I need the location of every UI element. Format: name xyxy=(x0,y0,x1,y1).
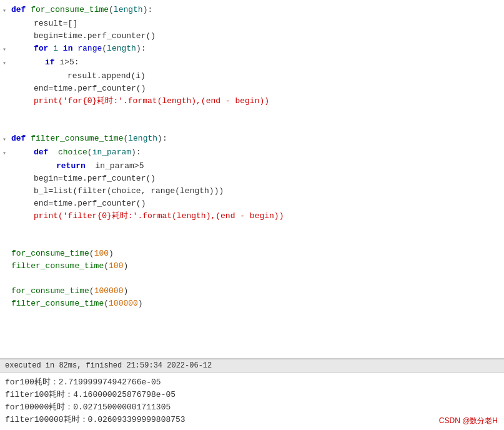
fold-arrow[interactable]: ▾ xyxy=(0,146,9,160)
fold-arrow xyxy=(0,235,9,236)
fold-arrow xyxy=(0,172,9,174)
line-content: begin=time.perf_counter() xyxy=(9,30,504,42)
fold-arrow xyxy=(0,160,9,161)
fold-arrow xyxy=(0,285,9,286)
code-line: begin=time.perf_counter() xyxy=(0,172,504,185)
watermark: CSDN @数分老H xyxy=(439,416,498,426)
code-line: filter_consume_time(100) xyxy=(0,260,504,272)
code-line: ▾def choice(in_param): xyxy=(0,146,504,160)
fold-arrow xyxy=(0,108,9,109)
fold-arrow xyxy=(0,185,9,186)
code-line: ▾for i in range(length): xyxy=(0,42,504,56)
status-text: executed in 82ms, finished 21:59:34 2022… xyxy=(5,361,212,370)
code-line: print('filter{0}耗时:'.format(length),(end… xyxy=(0,210,504,222)
line-content: print('for{0}耗时:'.format(length),(end - … xyxy=(9,95,504,108)
code-line xyxy=(0,235,504,248)
line-content: def filter_consume_time(length): xyxy=(9,132,504,145)
line-content xyxy=(9,235,504,248)
output-line: filter100耗时：4.160000025876798e-05 xyxy=(5,389,499,401)
code-line: result.append(i) xyxy=(0,70,504,82)
fold-arrow[interactable]: ▾ xyxy=(0,42,9,56)
fold-arrow[interactable]: ▾ xyxy=(0,132,9,146)
fold-arrow xyxy=(0,272,9,274)
code-line: ▾def filter_consume_time(length): xyxy=(0,132,504,146)
fold-arrow xyxy=(0,70,9,71)
fold-arrow xyxy=(0,298,9,299)
line-content xyxy=(9,120,504,132)
line-content: filter_consume_time(100000) xyxy=(9,298,504,310)
fold-arrow xyxy=(0,95,9,96)
fold-arrow xyxy=(0,30,9,31)
line-content: print('filter{0}耗时:'.format(length),(end… xyxy=(9,210,504,222)
code-line: begin=time.perf_counter() xyxy=(0,30,504,42)
line-content xyxy=(9,222,504,235)
code-line: result=[] xyxy=(0,18,504,30)
line-content: end=time.perf_counter() xyxy=(9,82,504,95)
line-content: if i>5: xyxy=(9,56,504,69)
line-content: begin=time.perf_counter() xyxy=(9,172,504,185)
code-line xyxy=(0,120,504,132)
fold-arrow xyxy=(0,120,9,121)
output-area: for100耗时：2.719999974942766e-05filter100耗… xyxy=(0,372,504,430)
output-line: for100耗时：2.719999974942766e-05 xyxy=(5,376,499,389)
line-content: filter_consume_time(100) xyxy=(9,260,504,272)
code-line: b_l=list(filter(choice, range(length))) xyxy=(0,185,504,198)
code-line xyxy=(0,108,504,120)
main-container: ▾def for_consume_time(length):result=[]b… xyxy=(0,0,504,430)
code-area[interactable]: ▾def for_consume_time(length):result=[]b… xyxy=(0,0,504,359)
fold-arrow[interactable]: ▾ xyxy=(0,56,9,70)
fold-arrow xyxy=(0,198,9,199)
code-line: end=time.perf_counter() xyxy=(0,82,504,95)
code-line xyxy=(0,272,504,285)
code-line: ▾def for_consume_time(length): xyxy=(0,4,504,18)
fold-arrow xyxy=(0,222,9,224)
line-content: result=[] xyxy=(9,18,504,30)
line-content: for_consume_time(100) xyxy=(9,248,504,260)
code-line xyxy=(0,222,504,235)
line-content: def choice(in_param): xyxy=(9,146,504,159)
line-content: def for_consume_time(length): xyxy=(9,4,504,16)
code-line: ▾if i>5: xyxy=(0,56,504,70)
fold-arrow xyxy=(0,210,9,211)
status-bar: executed in 82ms, finished 21:59:34 2022… xyxy=(0,359,504,372)
fold-arrow[interactable]: ▾ xyxy=(0,4,9,18)
fold-arrow xyxy=(0,260,9,261)
code-line: print('for{0}耗时:'.format(length),(end - … xyxy=(0,95,504,108)
line-content xyxy=(9,108,504,120)
code-line: for_consume_time(100000) xyxy=(0,285,504,298)
code-line: return in_param>5 xyxy=(0,160,504,172)
line-content: end=time.perf_counter() xyxy=(9,198,504,210)
line-content: for i in range(length): xyxy=(9,42,504,55)
code-line: end=time.perf_counter() xyxy=(0,198,504,210)
fold-arrow xyxy=(0,82,9,84)
fold-arrow xyxy=(0,18,9,19)
fold-arrow xyxy=(0,248,9,249)
output-line: for100000耗时：0.027150000001711305 xyxy=(5,401,499,414)
code-line: for_consume_time(100) xyxy=(0,248,504,260)
line-content: result.append(i) xyxy=(9,70,504,82)
line-content xyxy=(9,272,504,285)
line-content: return in_param>5 xyxy=(9,160,504,172)
code-line: filter_consume_time(100000) xyxy=(0,298,504,310)
line-content: b_l=list(filter(choice, range(length))) xyxy=(9,185,504,198)
output-line: filter100000耗时：0.026093399999808753 xyxy=(5,414,499,426)
line-content: for_consume_time(100000) xyxy=(9,285,504,298)
